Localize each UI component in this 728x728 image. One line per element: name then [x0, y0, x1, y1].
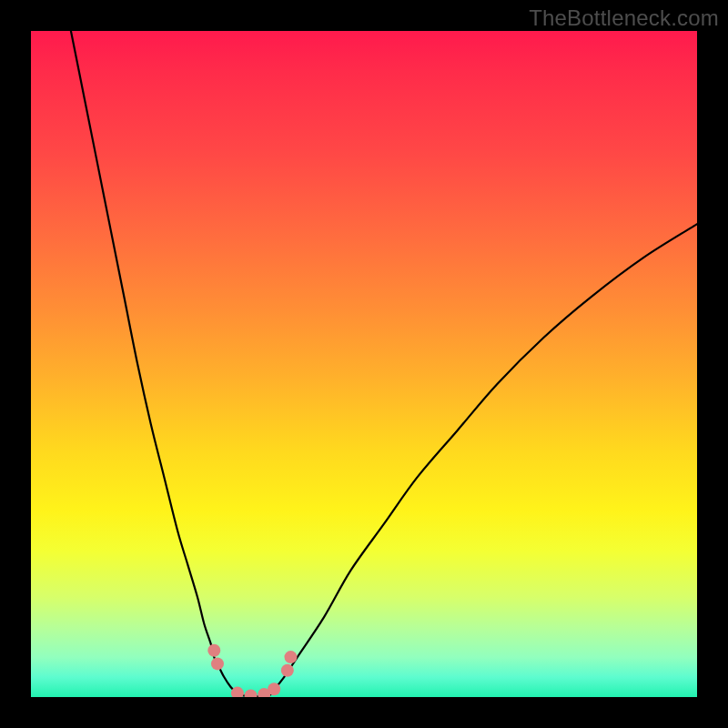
valley-marker	[268, 682, 280, 695]
watermark-text: TheBottleneck.com	[529, 5, 719, 31]
plot-area	[31, 31, 697, 697]
valley-marker	[281, 664, 294, 677]
chart-svg	[31, 31, 697, 697]
valley-marker	[211, 657, 224, 670]
valley-marker	[284, 651, 297, 663]
valley-marker	[207, 644, 220, 657]
bottleneck-curve	[71, 31, 697, 696]
valley-marker	[245, 690, 258, 697]
outer-frame: TheBottleneck.com	[0, 0, 728, 728]
